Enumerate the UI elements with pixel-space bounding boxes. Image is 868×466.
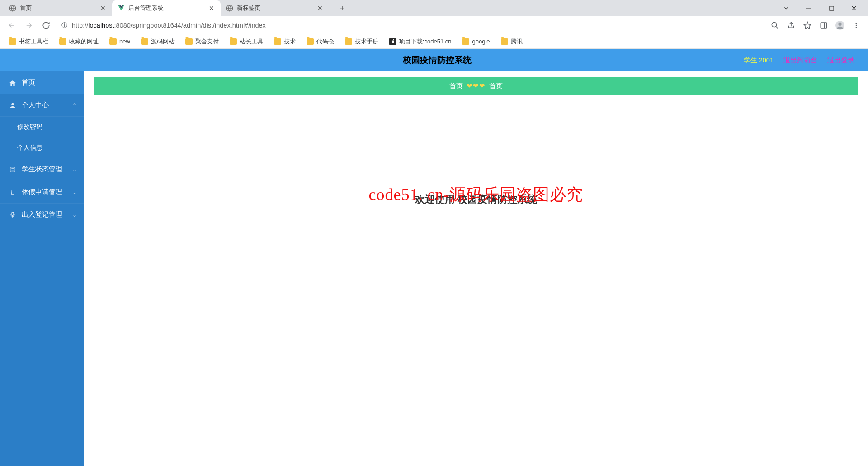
app-title: 校园疫情防控系统 xyxy=(131,54,744,66)
folder-icon xyxy=(307,38,314,45)
breadcrumb-left: 首页 xyxy=(449,82,463,90)
tab-title: 新标签页 xyxy=(237,5,316,12)
globe-icon xyxy=(226,5,233,12)
bookmark-item[interactable]: 技术 xyxy=(270,36,299,48)
bookmarks-bar: 书签工具栏 收藏的网址 new 源码网站 聚合支付 站长工具 技术 代码仓 技术… xyxy=(0,34,868,49)
browser-tab[interactable]: 新标签页 ✕ xyxy=(221,0,329,16)
star-icon[interactable] xyxy=(800,18,815,33)
search-icon[interactable] xyxy=(768,18,782,33)
sidebar-item-label: 出入登记管理 xyxy=(22,210,62,219)
chevron-down-icon: ⌄ xyxy=(72,212,77,218)
hearts-icon: ❤❤❤ xyxy=(467,82,486,90)
bookmark-item[interactable]: 源码网站 xyxy=(137,36,178,48)
divider xyxy=(331,4,331,13)
list-icon xyxy=(9,166,17,173)
side-panel-icon[interactable] xyxy=(816,18,831,33)
sidebar-subitem-label: 修改密码 xyxy=(17,123,42,131)
minimize-button[interactable] xyxy=(798,1,819,15)
tab-title: 后台管理系统 xyxy=(128,5,208,12)
main-area: 欢迎使用 校园疫情防控系统 code51. cn-源码乐园盗图必究 xyxy=(94,95,858,308)
address-bar: ⓘ http://localhost:8080/springboot81644/… xyxy=(0,16,868,34)
svg-point-10 xyxy=(856,27,857,28)
close-icon[interactable]: ✕ xyxy=(99,5,107,12)
menu-icon[interactable] xyxy=(849,18,863,33)
svg-rect-3 xyxy=(829,6,833,10)
folder-icon xyxy=(9,38,16,45)
sidebar-item-label: 学生状态管理 xyxy=(22,165,62,174)
content: 首页 ❤❤❤ 首页 欢迎使用 校园疫情防控系统 code51. cn-源码乐园盗… xyxy=(84,71,868,466)
bookmark-item[interactable]: new xyxy=(106,36,134,47)
header-right: 学生 2001 退出到前台 退出登录 xyxy=(744,56,854,65)
browser-tab-active[interactable]: 后台管理系统 ✕ xyxy=(112,0,221,16)
maximize-button[interactable] xyxy=(821,1,842,15)
bookmark-item[interactable]: google xyxy=(458,36,493,47)
chevron-down-icon: ⌄ xyxy=(72,166,77,173)
browser-tab[interactable]: 首页 ✕ xyxy=(4,0,112,16)
sidebar-item-home[interactable]: 首页 xyxy=(0,71,84,94)
sidebar-item-label: 个人中心 xyxy=(22,101,49,109)
sidebar-item-personal[interactable]: 个人中心 ⌃ xyxy=(0,94,84,117)
folder-icon xyxy=(230,38,237,45)
bookmark-item[interactable]: 站长工具 xyxy=(226,36,267,48)
folder-icon xyxy=(141,38,148,45)
bookmark-item[interactable]: 书签工具栏 xyxy=(5,36,52,48)
user-info: 学生 2001 xyxy=(744,56,774,65)
bookmark-item[interactable]: 代码仓 xyxy=(303,36,338,48)
folder-icon xyxy=(59,38,66,45)
breadcrumb-right: 首页 xyxy=(489,82,503,90)
home-icon xyxy=(9,79,17,86)
cup-icon xyxy=(9,189,17,196)
window-controls xyxy=(776,1,864,15)
code51-icon: ¥ xyxy=(389,38,396,45)
folder-icon xyxy=(501,38,508,45)
bookmark-item[interactable]: 腾讯 xyxy=(497,36,526,48)
tab-title: 首页 xyxy=(20,5,99,12)
close-icon[interactable]: ✕ xyxy=(208,5,215,12)
new-tab-button[interactable]: + xyxy=(336,2,349,14)
svg-point-11 xyxy=(11,103,14,105)
sidebar-subitem-change-password[interactable]: 修改密码 xyxy=(0,117,84,138)
sidebar-item-student-status[interactable]: 学生状态管理 ⌄ xyxy=(0,158,84,181)
folder-icon xyxy=(109,38,117,45)
bookmark-item[interactable]: 聚合支付 xyxy=(182,36,222,48)
close-icon[interactable]: ✕ xyxy=(316,5,324,12)
globe-icon xyxy=(9,5,16,12)
svg-point-7 xyxy=(838,23,841,26)
folder-icon xyxy=(345,38,352,45)
sidebar-subitem-label: 个人信息 xyxy=(17,144,42,152)
sidebar-item-leave-apply[interactable]: 休假申请管理 ⌄ xyxy=(0,181,84,204)
chevron-down-icon: ⌄ xyxy=(72,189,77,195)
share-icon[interactable] xyxy=(784,18,798,33)
url-input[interactable]: ⓘ http://localhost:8080/springboot81644/… xyxy=(56,19,761,32)
svg-rect-5 xyxy=(821,23,827,28)
sidebar-item-access-log[interactable]: 出入登记管理 ⌄ xyxy=(0,204,84,226)
bookmark-item[interactable]: 技术手册 xyxy=(341,36,382,48)
breadcrumb: 首页 ❤❤❤ 首页 xyxy=(94,77,858,95)
close-window-button[interactable] xyxy=(844,1,864,15)
bookmark-item[interactable]: 收藏的网址 xyxy=(56,36,102,48)
folder-icon xyxy=(462,38,469,45)
svg-point-9 xyxy=(856,25,857,26)
watermark-text: code51. cn-源码乐园盗图必究 xyxy=(94,184,858,206)
svg-point-8 xyxy=(856,23,857,24)
sidebar: 首页 个人中心 ⌃ 修改密码 个人信息 学生状态管理 ⌄ 休假申请管理 ⌄ 出入… xyxy=(0,71,84,466)
exit-front-link[interactable]: 退出到前台 xyxy=(783,56,817,65)
user-icon xyxy=(9,102,17,109)
sidebar-item-label: 休假申请管理 xyxy=(22,188,62,196)
chevron-down-icon[interactable] xyxy=(776,1,797,15)
back-button[interactable] xyxy=(5,18,19,33)
forward-button[interactable] xyxy=(22,18,36,33)
sidebar-subitem-profile[interactable]: 个人信息 xyxy=(0,138,84,158)
app-body: 首页 个人中心 ⌃ 修改密码 个人信息 学生状态管理 ⌄ 休假申请管理 ⌄ 出入… xyxy=(0,71,868,466)
svg-rect-13 xyxy=(12,212,14,215)
folder-icon xyxy=(185,38,193,45)
folder-icon xyxy=(274,38,281,45)
logout-link[interactable]: 退出登录 xyxy=(827,56,854,65)
svg-point-4 xyxy=(772,22,777,27)
reload-button[interactable] xyxy=(39,18,53,33)
chevron-up-icon: ⌃ xyxy=(72,102,77,109)
info-icon[interactable]: ⓘ xyxy=(61,21,67,29)
profile-icon[interactable] xyxy=(833,18,847,33)
mic-icon xyxy=(9,211,17,219)
bookmark-item[interactable]: ¥项目下载:code51.cn xyxy=(386,36,455,48)
